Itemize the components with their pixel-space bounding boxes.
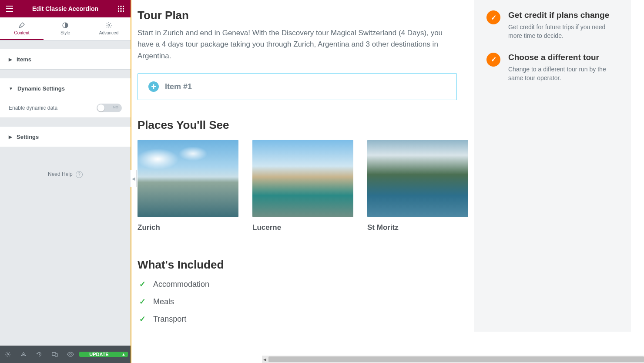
update-button[interactable]: UPDATE bbox=[79, 352, 119, 357]
caret-down-icon: ▼ bbox=[9, 86, 13, 91]
pencil-icon bbox=[0, 22, 44, 29]
included-label: Transport bbox=[153, 315, 186, 324]
check-circle-icon: ✓ bbox=[486, 53, 500, 67]
sidebar-title: Edit Classic Accordion bbox=[32, 5, 98, 12]
svg-rect-4 bbox=[121, 8, 122, 10]
tab-content-label: Content bbox=[14, 30, 29, 35]
settings-icon[interactable] bbox=[0, 346, 16, 363]
svg-rect-0 bbox=[118, 6, 119, 7]
svg-rect-2 bbox=[123, 6, 124, 7]
tab-advanced[interactable]: Advanced bbox=[87, 17, 131, 40]
info-item-desc: Get credit for future trips if you need … bbox=[508, 23, 619, 40]
panel-settings-label: Settings bbox=[17, 134, 39, 140]
sidebar-header: Edit Classic Accordion bbox=[0, 0, 131, 17]
accordion-item-label: Item #1 bbox=[165, 82, 192, 91]
list-item: ✓ Transport bbox=[138, 314, 457, 324]
navigator-icon[interactable] bbox=[16, 346, 31, 363]
tour-plan-heading: Tour Plan bbox=[138, 9, 457, 22]
tab-advanced-label: Advanced bbox=[99, 30, 118, 35]
place-name: Zurich bbox=[138, 223, 238, 232]
svg-rect-1 bbox=[121, 6, 122, 7]
place-card: Lucerne bbox=[252, 140, 353, 232]
tab-style-label: Style bbox=[60, 30, 70, 35]
gear-icon bbox=[87, 22, 131, 29]
grid-icon[interactable] bbox=[117, 4, 125, 13]
enable-dynamic-toggle[interactable]: NO bbox=[97, 104, 122, 112]
preview-area: Tour Plan Start in Zurich and end in Gen… bbox=[131, 0, 644, 363]
panel-settings: ▶ Settings bbox=[0, 127, 131, 147]
place-card: Zurich bbox=[138, 140, 238, 232]
need-help[interactable]: Need Help ? bbox=[0, 147, 131, 202]
editor-sidebar: Edit Classic Accordion Content Style Adv… bbox=[0, 0, 131, 363]
svg-point-10 bbox=[108, 24, 110, 26]
horizontal-scrollbar[interactable]: ◀ bbox=[262, 356, 644, 363]
help-icon: ? bbox=[76, 171, 83, 178]
info-sidebar: ✓ Get credit if plans change Get credit … bbox=[474, 0, 631, 332]
panel-dynamic-label: Dynamic Settings bbox=[17, 85, 65, 92]
caret-right-icon: ▶ bbox=[9, 57, 12, 62]
check-icon: ✓ bbox=[138, 297, 147, 306]
check-circle-icon: ✓ bbox=[486, 10, 500, 24]
svg-rect-5 bbox=[123, 8, 124, 10]
check-icon: ✓ bbox=[138, 279, 147, 289]
place-image-stmoritz bbox=[367, 140, 468, 217]
collapse-panel-handle[interactable]: ◀ bbox=[131, 170, 137, 187]
sidebar-tabs: Content Style Advanced bbox=[0, 17, 131, 40]
panel-dynamic: ▼ Dynamic Settings Enable dynamic data N… bbox=[0, 78, 131, 118]
update-dropdown-button[interactable]: ▲ bbox=[119, 352, 128, 357]
svg-rect-13 bbox=[55, 353, 57, 356]
info-item: ✓ Choose a different tour Change to a di… bbox=[486, 53, 619, 83]
svg-rect-8 bbox=[123, 10, 124, 12]
place-name: St Moritz bbox=[367, 223, 468, 232]
panel-settings-header[interactable]: ▶ Settings bbox=[0, 127, 131, 147]
included-list: ✓ Accommodation ✓ Meals ✓ Transport bbox=[138, 279, 457, 324]
panel-items: ▶ Items bbox=[0, 49, 131, 70]
plus-icon: + bbox=[148, 81, 159, 92]
place-image-zurich bbox=[138, 140, 238, 217]
list-item: ✓ Meals bbox=[138, 297, 457, 306]
place-card: St Moritz bbox=[367, 140, 468, 232]
info-item-desc: Change to a different tour run by the sa… bbox=[508, 65, 619, 83]
tab-content[interactable]: Content bbox=[0, 17, 44, 40]
tab-style[interactable]: Style bbox=[44, 17, 87, 40]
place-image-lucerne bbox=[252, 140, 353, 217]
places-grid: Zurich Lucerne St Moritz bbox=[138, 140, 457, 232]
accordion-item-selected[interactable]: + Item #1 bbox=[138, 73, 457, 100]
history-icon[interactable] bbox=[31, 346, 47, 363]
contrast-icon bbox=[44, 22, 87, 29]
editor-footer: UPDATE ▲ bbox=[0, 346, 131, 363]
tour-plan-desc: Start in Zurich and end in Geneva! With … bbox=[138, 27, 457, 62]
panel-dynamic-body: Enable dynamic data NO bbox=[0, 98, 131, 118]
place-name: Lucerne bbox=[252, 223, 353, 232]
svg-rect-3 bbox=[118, 8, 119, 10]
svg-point-11 bbox=[7, 353, 9, 355]
check-icon: ✓ bbox=[138, 314, 147, 324]
list-item: ✓ Accommodation bbox=[138, 279, 457, 289]
scrollbar-thumb[interactable] bbox=[268, 356, 644, 362]
info-item: ✓ Get credit if plans change Get credit … bbox=[486, 10, 619, 40]
places-heading: Places You'll See bbox=[138, 118, 457, 132]
svg-rect-6 bbox=[118, 10, 119, 12]
panel-items-label: Items bbox=[17, 56, 31, 63]
info-item-title: Get credit if plans change bbox=[508, 10, 619, 20]
caret-right-icon: ▶ bbox=[9, 134, 12, 139]
enable-dynamic-label: Enable dynamic data bbox=[9, 105, 57, 111]
svg-rect-7 bbox=[121, 10, 122, 12]
scroll-left-icon[interactable]: ◀ bbox=[262, 356, 268, 363]
included-heading: What's Included bbox=[138, 258, 457, 272]
included-label: Accommodation bbox=[153, 280, 209, 289]
svg-point-14 bbox=[70, 353, 71, 355]
responsive-icon[interactable] bbox=[47, 346, 63, 363]
need-help-label: Need Help bbox=[48, 171, 73, 177]
toggle-no-text: NO bbox=[113, 105, 118, 109]
included-label: Meals bbox=[153, 297, 174, 306]
info-item-title: Choose a different tour bbox=[508, 53, 619, 62]
preview-icon[interactable] bbox=[63, 346, 78, 363]
menu-icon[interactable] bbox=[5, 4, 14, 13]
panel-items-header[interactable]: ▶ Items bbox=[0, 50, 131, 69]
panel-dynamic-header[interactable]: ▼ Dynamic Settings bbox=[0, 79, 131, 98]
